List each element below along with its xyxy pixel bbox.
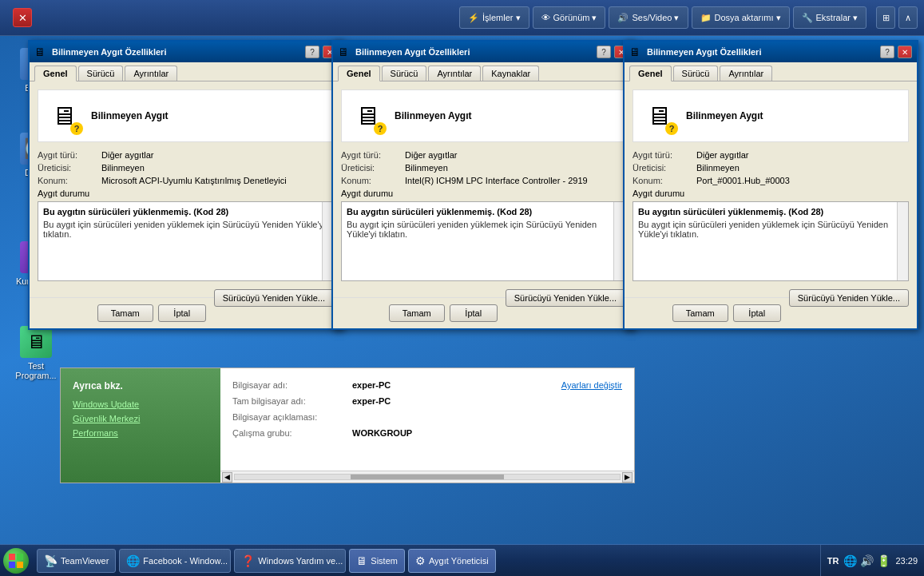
sistem-icon: 🖥 xyxy=(356,554,367,567)
guvenlik-merkezi-link[interactable]: Güvenlik Merkezi xyxy=(73,414,208,423)
dialog-1-status-area: Bu aygıtın sürücüleri yüklenmemiş. (Kod … xyxy=(38,201,334,281)
dialog-2-tab-general[interactable]: Genel xyxy=(338,66,380,81)
toolbar-window-btn1[interactable]: ⊞ xyxy=(876,6,895,29)
scroll-thumb[interactable] xyxy=(351,475,505,479)
full-name-value: exper-PC xyxy=(352,396,391,406)
dialog-2-tab-driver[interactable]: Sürücü xyxy=(382,66,427,81)
dialog-1-help-btn[interactable]: ? xyxy=(305,46,319,58)
dialog-2-action-text: Bu aygıt için sürücüleri yeniden yükleme… xyxy=(347,220,620,239)
settings-change-link[interactable]: Ayarları değiştir xyxy=(561,380,622,390)
taskbar-item-sistem[interactable]: 🖥 Sistem xyxy=(349,549,405,573)
taskbar-item-help-label: Windows Yardım ve... xyxy=(258,556,343,566)
ayrica-bkz-heading: Ayrıca bkz. xyxy=(73,380,208,391)
toolbar-menu-operations[interactable]: ⚡ İşlemler ▾ xyxy=(459,6,529,29)
toolbar-menu-audio[interactable]: 🔊 Ses/Video ▾ xyxy=(609,6,688,29)
dialog-1-tab-details[interactable]: Ayrıntılar xyxy=(125,66,177,81)
sys-tray-icons: 🌐 🔊 🔋 xyxy=(843,554,890,567)
dialog-3-type-label: Aygıt türü: xyxy=(633,150,696,160)
toolbar-window-btn2[interactable]: ∧ xyxy=(898,6,918,29)
dialog-3-help-btn[interactable]: ? xyxy=(880,46,894,58)
toolbar-menu-view[interactable]: 👁 Görünüm ▾ xyxy=(533,6,606,29)
dialog-2-mfr-label: Üreticisi: xyxy=(341,163,405,173)
dialog-2-cancel-btn[interactable]: İptal xyxy=(450,304,498,322)
dialog-1-cancel-btn[interactable]: İptal xyxy=(158,304,206,322)
dialog-3: 🖥 Bilinmeyen Aygıt Özellikleri ? ✕ Genel… xyxy=(623,40,918,330)
dialog-2-loc-label: Konum: xyxy=(341,176,405,185)
dialog-3-warning-icon: ? xyxy=(665,122,678,135)
dialog-3-action-text: Bu aygıt için sürücüleri yeniden yükleme… xyxy=(638,220,903,239)
dialog-1-tab-driver[interactable]: Sürücü xyxy=(78,66,124,81)
dialog-2-device-icon: 🖥 ? xyxy=(348,97,387,135)
dialog-2-device-name: Bilinmeyen Aygıt xyxy=(395,110,471,121)
dialog-3-status-text: Bu aygıtın sürücüleri yüklenmemiş. (Kod … xyxy=(638,207,903,216)
dialog-3-tab-general[interactable]: Genel xyxy=(629,66,672,81)
dialog-3-mfr-label: Üreticisi: xyxy=(633,163,696,173)
dialog-1-loc-value: Microsoft ACPI-Uyumlu Katıştırılmış Dene… xyxy=(101,176,287,185)
clock: 23:29 xyxy=(895,556,918,566)
dialog-1-mfr-label: Üreticisi: xyxy=(38,163,101,173)
device-manager-icon: ⚙ xyxy=(415,554,426,567)
dialog-1-type-value: Diğer aygıtlar xyxy=(101,150,153,160)
taskbar-item-sistem-label: Sistem xyxy=(371,556,398,566)
dialog-3-tab-driver[interactable]: Sürücü xyxy=(673,66,719,81)
dialog-3-tab-details[interactable]: Ayrıntılar xyxy=(720,66,772,81)
toolbar-menu: ⚡ İşlemler ▾ 👁 Görünüm ▾ 🔊 Ses/Video ▾ 📁… xyxy=(459,6,866,29)
svg-rect-0 xyxy=(9,554,15,560)
workgroup-value: WORKGROUP xyxy=(352,428,412,438)
dialog-1-device-info: 🖥 ? Bilinmeyen Aygıt xyxy=(38,89,334,142)
taskbar-item-teamviewer[interactable]: 📡 TeamViewer xyxy=(37,549,116,573)
dialog-2-type-value: Diğer aygıtlar xyxy=(405,150,457,160)
dialog-2-tab-resources[interactable]: Kaynaklar xyxy=(482,66,539,81)
dialog-3-mfr-value: Bilinmeyen xyxy=(696,163,740,173)
dialog-2-ok-btn[interactable]: Tamam xyxy=(389,304,445,322)
dialog-3-ok-btn[interactable]: Tamam xyxy=(672,304,728,322)
scroll-right-btn[interactable]: ▶ xyxy=(622,472,633,483)
toolbar-close-btn[interactable]: ✕ xyxy=(13,8,32,27)
scroll-left-btn[interactable]: ◀ xyxy=(222,472,232,483)
dialog-1-ok-btn[interactable]: Tamam xyxy=(97,304,153,322)
network-tray-icon: 🌐 xyxy=(843,554,857,567)
desktop-icon-test[interactable]: 🖥 Test Program... xyxy=(8,326,64,380)
dialog-2-status-text: Bu aygıtın sürücüleri yüklenmemiş. (Kod … xyxy=(347,207,620,216)
svg-rect-2 xyxy=(9,562,15,568)
dialog-3-loc-value: Port_#0001.Hub_#0003 xyxy=(696,176,790,185)
taskbar: 📡 TeamViewer 🌐 Facebook - Window... ❓ Wi… xyxy=(0,544,924,576)
dialog-2-help-btn[interactable]: ? xyxy=(597,46,611,58)
performans-link[interactable]: Performans xyxy=(73,428,208,438)
dialog-2-mfr-value: Bilinmeyen xyxy=(405,163,448,173)
taskbar-item-help[interactable]: ❓ Windows Yardım ve... xyxy=(234,549,346,573)
dialog-3-title: Bilinmeyen Aygıt Özellikleri xyxy=(647,47,877,57)
dialog-1-mfr-row: Üreticisi: Bilinmeyen xyxy=(38,163,334,173)
top-toolbar: ✕ ⚡ İşlemler ▾ 👁 Görünüm ▾ 🔊 Ses/Video ▾… xyxy=(0,0,924,36)
dialog-3-device-name: Bilinmeyen Aygıt xyxy=(686,110,763,121)
taskbar-items: 📡 TeamViewer 🌐 Facebook - Window... ❓ Wi… xyxy=(32,545,820,576)
dialog-1-reload-btn[interactable]: Sürücüyü Yeniden Yükle... xyxy=(214,289,334,307)
dialog-1-footer: Tamam İptal xyxy=(30,297,214,328)
dialog-1-tab-general[interactable]: Genel xyxy=(34,66,77,81)
taskbar-item-device-manager[interactable]: ⚙ Aygıt Yöneticisi xyxy=(408,549,496,573)
windows-update-link[interactable]: Windows Update xyxy=(73,399,208,409)
taskbar-right: TR 🌐 🔊 🔋 23:29 xyxy=(820,545,924,576)
side-panel-right: Bilgisayar adı: exper-PC Ayarları değişt… xyxy=(220,368,634,483)
dialog-3-close-btn[interactable]: ✕ xyxy=(898,46,912,58)
computer-name-value: exper-PC xyxy=(352,380,391,390)
dialog-1-details: Aygıt türü: Diğer aygıtlar Üreticisi: Bi… xyxy=(38,150,334,185)
dialog-2-type-row: Aygıt türü: Diğer aygıtlar xyxy=(341,150,625,160)
side-panel-content: Ayrıca bkz. Windows Update Güvenlik Merk… xyxy=(61,368,634,483)
dialog-1-tabs: Genel Sürücü Ayrıntılar xyxy=(30,62,342,81)
dialog-3-cancel-btn[interactable]: İptal xyxy=(733,304,781,322)
taskbar-item-facebook[interactable]: 🌐 Facebook - Window... xyxy=(119,549,231,573)
toolbar-menu-extras[interactable]: 🔧 Ekstralar ▾ xyxy=(793,6,866,29)
dialog-2-tab-details[interactable]: Ayrıntılar xyxy=(428,66,481,81)
start-button[interactable] xyxy=(3,548,29,574)
dialog-2-reload-btn[interactable]: Sürücüyü Yeniden Yükle... xyxy=(506,289,625,307)
dialog-3-type-row: Aygıt türü: Diğer aygıtlar xyxy=(633,150,909,160)
dialog-1: 🖥 Bilinmeyen Aygıt Özellikleri ? ✕ Genel… xyxy=(28,40,343,330)
dialog-3-reload-btn[interactable]: Sürücüyü Yeniden Yükle... xyxy=(789,289,909,307)
dialog-3-scrollbar[interactable] xyxy=(897,202,908,280)
toolbar-menu-transfer[interactable]: 📁 Dosya aktarımı ▾ xyxy=(692,6,790,29)
info-row-full-name: Tam bilgisayar adı: exper-PC xyxy=(232,396,622,406)
scroll-area-bottom: ◀ ▶ xyxy=(220,471,634,483)
dialog-1-type-row: Aygıt türü: Diğer aygıtlar xyxy=(38,150,334,160)
dialog-2-status-area: Bu aygıtın sürücüleri yüklenmemiş. (Kod … xyxy=(341,201,625,281)
